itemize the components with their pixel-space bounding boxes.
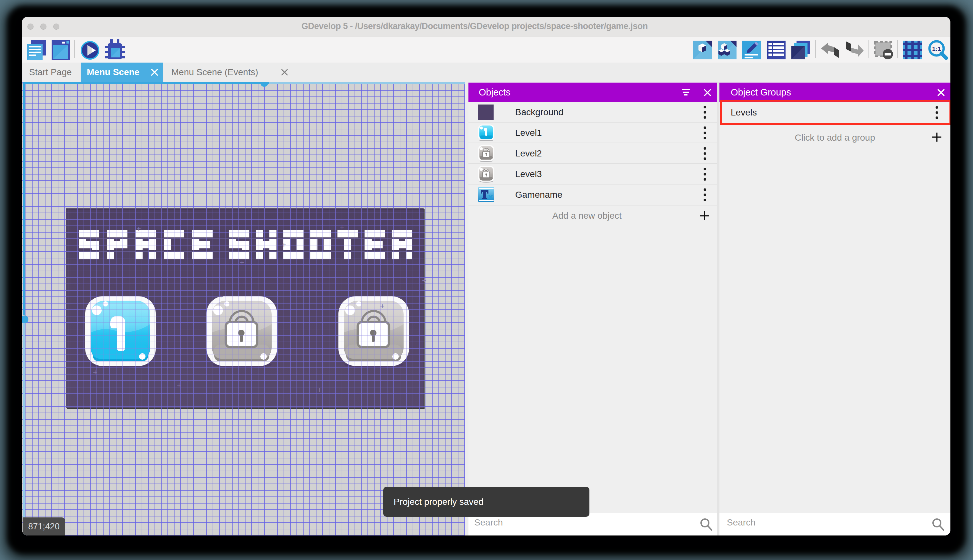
svg-text:1:1: 1:1: [932, 45, 941, 52]
